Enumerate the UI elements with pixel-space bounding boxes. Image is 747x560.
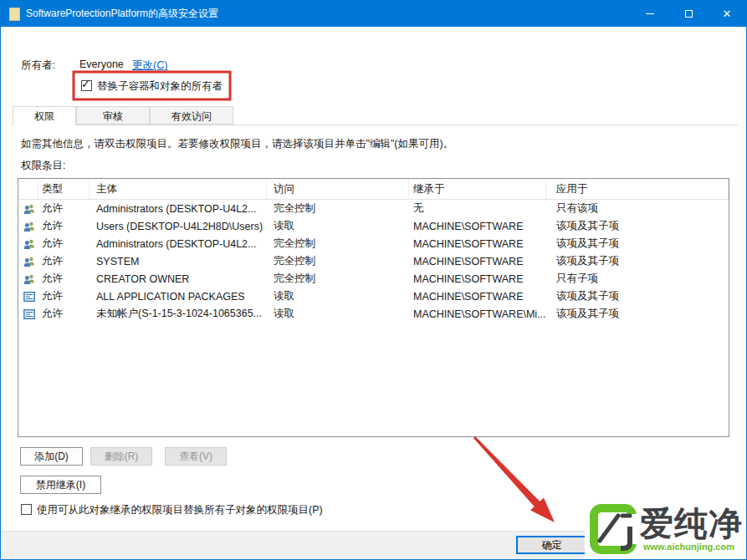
entry-type: 允许	[38, 237, 90, 251]
entry-principal: SYSTEM	[90, 256, 267, 267]
table-header-row: 类型 主体 访问 继承于 应用于	[18, 179, 729, 200]
entry-applies-to: 该项及其子项	[546, 219, 729, 233]
entry-type: 允许	[38, 254, 90, 268]
entry-applies-to: 只有该项	[546, 201, 729, 216]
ok-button[interactable]: 确定	[516, 536, 587, 554]
table-row[interactable]: 允许 SYSTEM 完全控制 MACHINE\SOFTWARE 该项及其子项	[18, 252, 729, 270]
header-icon-column	[18, 179, 38, 199]
entry-access: 完全控制	[267, 272, 409, 286]
entry-inherited-from: 无	[409, 201, 546, 216]
replace-owner-checkbox-label: 替换子容器和对象的所有者	[97, 79, 223, 94]
entry-applies-to: 该项及其子项	[546, 237, 729, 251]
window-title: SoftwareProtectionPlatform的高级安全设置	[26, 7, 218, 21]
check-icon: ✓	[81, 78, 90, 90]
add-button[interactable]: 添加(D)	[20, 447, 83, 466]
watermark-brand-text: 爱纯净	[640, 501, 743, 547]
replace-owner-checkbox[interactable]: ✓	[81, 80, 92, 91]
users-icon	[23, 238, 35, 250]
entry-access: 完全控制	[267, 254, 409, 268]
advanced-security-settings-dialog: SoftwareProtectionPlatform的高级安全设置 ✕ 所有者:…	[0, 0, 747, 560]
header-inherited-from[interactable]: 继承于	[409, 179, 546, 199]
entry-applies-to: 该项及其子项	[546, 254, 729, 268]
change-owner-link[interactable]: 更改(C)	[132, 59, 167, 73]
entry-principal: Users (DESKTOP-U4L2H8D\Users)	[90, 221, 267, 232]
tab-permissions[interactable]: 权限	[13, 106, 76, 125]
entry-inherited-from: MACHINE\SOFTWARE	[409, 273, 546, 285]
entry-type: 允许	[38, 307, 90, 321]
minimize-button[interactable]	[631, 1, 669, 27]
replace-child-permissions-label: 使用可从此对象继承的权限项目替换所有子对象的权限项目(P)	[37, 503, 323, 517]
watermark-url-text: www.aichunjing.com	[643, 542, 734, 552]
entry-inherited-from: MACHINE\SOFTWARE	[409, 291, 546, 303]
entry-type: 允许	[38, 219, 90, 233]
users-icon	[23, 273, 35, 285]
maximize-button[interactable]	[669, 1, 708, 27]
table-row[interactable]: 允许 ALL APPLICATION PACKAGES 读取 MACHINE\S…	[18, 288, 729, 305]
table-row[interactable]: 允许 Administrators (DESKTOP-U4L2... 完全控制 …	[18, 235, 729, 252]
entry-principal: 未知帐户(S-1-15-3-1024-1065365...	[90, 307, 267, 321]
title-bar: SoftwareProtectionPlatform的高级安全设置 ✕	[1, 1, 746, 27]
table-row[interactable]: 允许 未知帐户(S-1-15-3-1024-1065365... 读取 MACH…	[18, 305, 729, 323]
app-package-icon	[23, 308, 35, 320]
table-row[interactable]: 允许 CREATOR OWNER 完全控制 MACHINE\SOFTWARE 只…	[18, 270, 729, 288]
entry-type: 允许	[38, 201, 90, 216]
watermark: 爱纯净 www.aichunjing.com	[585, 497, 746, 559]
close-icon: ✕	[723, 8, 732, 19]
instructions-text: 如需其他信息，请双击权限项目。若要修改权限项目，请选择该项目并单击"编辑"(如果…	[21, 137, 453, 151]
close-button[interactable]: ✕	[708, 1, 746, 27]
header-applies-to[interactable]: 应用于	[546, 179, 729, 199]
header-access[interactable]: 访问	[267, 179, 409, 199]
entry-inherited-from: MACHINE\SOFTWARE\Mi...	[409, 308, 546, 320]
users-icon	[23, 221, 35, 232]
entry-applies-to: 该项及其子项	[546, 289, 729, 303]
entry-principal: Administrators (DESKTOP-U4L2...	[90, 238, 267, 250]
entry-access: 读取	[267, 219, 409, 233]
permission-entries-table: 类型 主体 访问 继承于 应用于 允许	[18, 178, 729, 437]
entry-principal: CREATOR OWNER	[90, 273, 267, 285]
entry-access: 读取	[267, 289, 409, 303]
header-principal[interactable]: 主体	[90, 179, 267, 199]
users-icon	[23, 203, 35, 215]
remove-button[interactable]: 删除(R)	[90, 447, 152, 466]
entry-principal: Administrators (DESKTOP-U4L2...	[90, 203, 267, 215]
replace-child-permissions-checkbox[interactable]	[21, 504, 32, 515]
entry-access: 完全控制	[267, 237, 409, 251]
entry-inherited-from: MACHINE\SOFTWARE	[409, 256, 546, 267]
tab-auditing[interactable]: 审核	[76, 106, 150, 125]
annotation-arrow	[473, 436, 555, 522]
owner-label: 所有者:	[21, 59, 55, 73]
permission-table-body: 允许 Administrators (DESKTOP-U4L2... 完全控制 …	[18, 200, 729, 323]
table-row[interactable]: 允许 Administrators (DESKTOP-U4L2... 完全控制 …	[18, 200, 729, 217]
owner-value: Everyone	[79, 59, 124, 70]
entry-inherited-from: MACHINE\SOFTWARE	[409, 238, 546, 250]
entry-inherited-from: MACHINE\SOFTWARE	[409, 221, 546, 232]
users-icon	[23, 256, 35, 267]
entry-applies-to: 该项及其子项	[546, 307, 729, 321]
tab-bar: 权限 审核 有效访问	[11, 106, 738, 125]
entry-type: 允许	[38, 289, 90, 303]
entry-access: 完全控制	[267, 201, 409, 216]
permission-entries-label: 权限条目:	[21, 159, 65, 173]
document-icon	[9, 8, 20, 21]
header-type[interactable]: 类型	[38, 179, 90, 199]
entry-type: 允许	[38, 272, 90, 286]
disable-inheritance-button[interactable]: 禁用继承(I)	[20, 476, 101, 494]
aichunjing-logo-icon	[589, 503, 637, 555]
table-row[interactable]: 允许 Users (DESKTOP-U4L2H8D\Users) 读取 MACH…	[18, 217, 729, 235]
entry-applies-to: 只有子项	[546, 272, 729, 286]
app-package-icon	[23, 291, 35, 303]
minimize-icon	[646, 13, 654, 14]
view-button[interactable]: 查看(V)	[165, 447, 227, 466]
tab-effective-access[interactable]: 有效访问	[150, 106, 233, 125]
maximize-icon	[685, 10, 693, 18]
entry-access: 读取	[267, 307, 409, 321]
entry-principal: ALL APPLICATION PACKAGES	[90, 291, 267, 303]
